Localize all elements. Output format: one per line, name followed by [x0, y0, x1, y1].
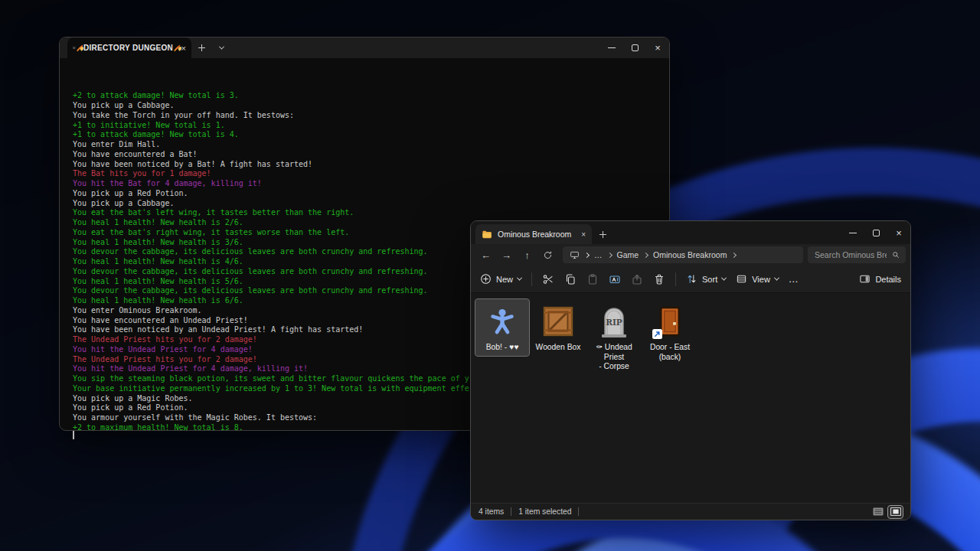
- status-bar: 4 items 1 item selected: [471, 503, 910, 520]
- terminal-line: You take the Torch in your off hand. It …: [73, 111, 666, 121]
- search-icon: [891, 250, 900, 259]
- explorer-tab-bar: Ominous Breakroom × ×: [471, 221, 910, 244]
- wooden-crate-icon: [541, 305, 575, 337]
- maximize-button[interactable]: [623, 37, 646, 58]
- minimize-icon: [608, 47, 616, 48]
- details-view-icon: [873, 507, 884, 516]
- plus-icon: [599, 231, 606, 238]
- new-tab-button[interactable]: [191, 37, 211, 58]
- this-pc-icon: [570, 250, 580, 259]
- breadcrumb[interactable]: … Game Ominous Breakroom: [563, 246, 803, 263]
- explorer-tab[interactable]: Ominous Breakroom ×: [475, 224, 592, 244]
- breadcrumb-segment[interactable]: Game: [617, 250, 648, 259]
- details-pane-icon: [859, 273, 871, 285]
- chevron-down-icon: [774, 276, 779, 281]
- file-list[interactable]: RIP Bob! - ♥♥: [471, 293, 910, 503]
- close-icon: ×: [655, 43, 661, 53]
- chevron-down-icon: [218, 44, 224, 50]
- rename-button[interactable]: [609, 273, 621, 285]
- terminal-cursor: [73, 431, 74, 439]
- terminal-line: The Bat hits you for 1 damage!: [73, 169, 666, 179]
- terminal-line: You hit the Bat for 4 damage, killing it…: [73, 179, 666, 189]
- chevron-right-icon: [584, 252, 590, 257]
- close-button[interactable]: ×: [887, 221, 910, 244]
- terminal-tab[interactable]: DIRECTORY DUNGEON ×: [67, 37, 191, 58]
- paste-icon: [586, 273, 599, 285]
- shortcut-overlay-icon: [652, 329, 662, 339]
- maximize-icon: [873, 230, 880, 236]
- minimize-button[interactable]: [841, 221, 864, 244]
- file-explorer-window: Ominous Breakroom × × ← → ↑: [470, 220, 911, 520]
- new-tab-button[interactable]: [592, 224, 613, 244]
- maximize-button[interactable]: [864, 221, 887, 244]
- file-item[interactable]: RIP Door - East (back): [643, 299, 697, 365]
- folder-icon: [482, 230, 492, 239]
- file-item[interactable]: RIP Wooden Box: [531, 299, 585, 356]
- thumbnail-view-toggle[interactable]: [888, 506, 903, 518]
- details-pane-button[interactable]: Details: [859, 273, 901, 285]
- file-item-label: Wooden Box: [536, 343, 581, 353]
- status-divider: [511, 507, 511, 516]
- search-input[interactable]: [813, 249, 888, 260]
- breadcrumb-segment[interactable]: Ominous Breakroom: [653, 250, 736, 259]
- command-bar: New: [471, 266, 910, 293]
- sort-button[interactable]: Sort: [686, 273, 726, 285]
- refresh-button[interactable]: [537, 246, 558, 264]
- view-icon: [736, 273, 747, 285]
- status-divider: [578, 507, 579, 516]
- terminal-line: You enter Dim Hall.: [73, 140, 666, 150]
- share-icon: [631, 273, 643, 285]
- details-view-toggle[interactable]: [871, 506, 885, 518]
- paste-button[interactable]: [586, 273, 599, 285]
- new-button[interactable]: New: [480, 273, 521, 285]
- flame-icon: [79, 44, 80, 52]
- flame-icon: [176, 44, 178, 52]
- toolbar-divider: [675, 272, 676, 286]
- see-more-button[interactable]: …: [789, 273, 799, 285]
- share-button[interactable]: [631, 273, 643, 285]
- terminal-line: You eat the bat's left wing, it tastes b…: [73, 208, 666, 218]
- minimize-icon: [849, 233, 857, 233]
- terminal-line: +1 to attack damage! New total is 4.: [73, 130, 666, 140]
- back-button[interactable]: ←: [475, 246, 496, 264]
- cut-icon: [542, 273, 554, 285]
- selected-count: 1 item selected: [518, 507, 571, 516]
- file-item-label: ⚰ Undead Priest - Corpse: [589, 343, 639, 372]
- terminal-line: You pick up a Cabbage.: [73, 199, 666, 209]
- rename-icon: [609, 273, 621, 285]
- copy-button[interactable]: [564, 273, 577, 285]
- maximize-icon: [632, 44, 639, 51]
- search-box[interactable]: [808, 246, 906, 263]
- view-button[interactable]: View: [736, 273, 779, 285]
- breadcrumb-segment[interactable]: …: [594, 250, 612, 259]
- chevron-down-icon: [721, 276, 727, 281]
- close-button[interactable]: ×: [646, 37, 669, 58]
- new-circle-plus-icon: [480, 273, 492, 285]
- minimize-button[interactable]: [600, 37, 623, 58]
- terminal-tab-bar: DIRECTORY DUNGEON × ×: [60, 37, 669, 58]
- up-button[interactable]: ↑: [517, 246, 537, 264]
- file-item-label: Bob! - ♥♥: [486, 343, 519, 353]
- file-item[interactable]: RIP Bob! - ♥♥: [475, 299, 529, 356]
- chevron-right-icon: [606, 252, 612, 257]
- thumbnail-view-icon: [890, 507, 901, 516]
- terminal-tab-title: DIRECTORY DUNGEON: [83, 44, 173, 52]
- delete-button[interactable]: [653, 273, 665, 285]
- cut-button[interactable]: [542, 273, 554, 285]
- chevron-down-icon: [517, 276, 522, 281]
- svg-text:RIP: RIP: [606, 318, 622, 327]
- tab-close-icon[interactable]: ×: [581, 230, 586, 239]
- plus-icon: [198, 44, 205, 51]
- items-count: 4 items: [479, 507, 504, 516]
- terminal-app-icon: [73, 43, 76, 53]
- file-item[interactable]: RIP ⚰ Undead Priest - Corpse: [587, 299, 641, 375]
- tab-dropdown-button[interactable]: [211, 37, 231, 58]
- explorer-tab-title: Ominous Breakroom: [498, 230, 571, 239]
- toolbar-divider: [531, 272, 532, 286]
- terminal-line: You pick up a Red Potion.: [73, 189, 666, 199]
- sort-icon: [686, 273, 697, 285]
- terminal-line: You have been noticed by a Bat! A fight …: [73, 160, 666, 170]
- forward-button[interactable]: →: [496, 246, 517, 264]
- terminal-line: +1 to initiative! New total is 1.: [73, 121, 666, 131]
- file-item-label: Door - East (back): [650, 343, 690, 362]
